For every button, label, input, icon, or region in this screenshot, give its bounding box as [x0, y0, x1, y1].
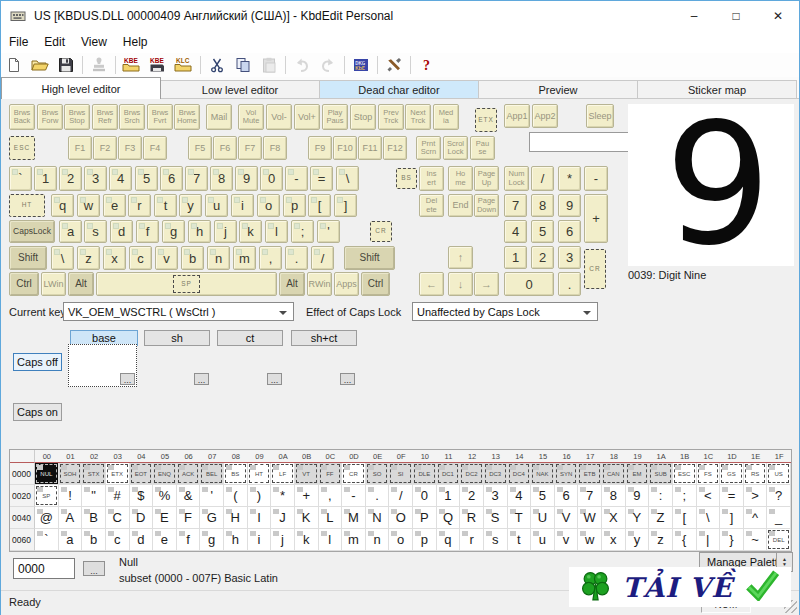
char-cell[interactable]: BEL [200, 463, 224, 485]
modtab-sh-ct[interactable]: sh+ct [291, 330, 357, 346]
char-cell[interactable]: Q [437, 507, 461, 529]
key-f2[interactable]: F2 [93, 136, 117, 160]
char-cell[interactable]: | [697, 529, 721, 551]
keyboard-key[interactable]: = [310, 166, 333, 191]
char-cell[interactable]: J [271, 507, 295, 529]
key-prev-trck[interactable]: PrevTrck [378, 104, 404, 130]
keyboard-key[interactable]: - [285, 166, 308, 191]
mapping-more-button[interactable]: ... [267, 373, 282, 385]
char-cell[interactable]: * [271, 485, 295, 507]
keyboard-key[interactable]: / [311, 246, 334, 270]
key-b[interactable]: b [181, 246, 204, 270]
key-app1[interactable]: App1 [504, 104, 530, 128]
mapping-more-button[interactable]: ... [120, 373, 135, 385]
char-cell[interactable]: VT [295, 463, 319, 485]
char-cell[interactable]: ] [720, 507, 744, 529]
key-g[interactable]: g [162, 220, 185, 243]
char-cell[interactable]: C [106, 507, 130, 529]
char-cell[interactable]: 2 [460, 485, 484, 507]
key-del-ete[interactable]: Delete [419, 194, 444, 217]
char-cell[interactable]: B [82, 507, 106, 529]
char-cell[interactable]: 5 [531, 485, 555, 507]
key-7[interactable]: 7 [185, 166, 208, 191]
key-s[interactable]: s [84, 220, 107, 243]
char-cell[interactable]: EM [626, 463, 650, 485]
char-cell[interactable]: 9 [626, 485, 650, 507]
char-cell[interactable]: m [342, 529, 366, 551]
toolbar-redo[interactable] [315, 54, 341, 76]
char-cell[interactable]: p [413, 529, 437, 551]
char-cell[interactable]: Z [649, 507, 673, 529]
toolbar-save-file[interactable] [53, 54, 79, 76]
key-f10[interactable]: F10 [333, 136, 357, 160]
char-cell[interactable]: 0 [413, 485, 437, 507]
char-cell[interactable]: S [484, 507, 508, 529]
key-med-ia[interactable]: Media [433, 104, 459, 130]
key-etx[interactable]: ETX [475, 108, 497, 132]
char-cell[interactable]: % [153, 485, 177, 507]
char-cell[interactable]: P [413, 507, 437, 529]
char-cell[interactable]: e [153, 529, 177, 551]
char-cell[interactable]: & [177, 485, 201, 507]
key-stop[interactable]: Stop [350, 104, 376, 130]
char-cell[interactable]: NUL [35, 463, 59, 485]
key-f12[interactable]: F12 [383, 136, 407, 160]
key-f4[interactable]: F4 [143, 136, 167, 160]
key-next-trck[interactable]: NextTrck [405, 104, 431, 130]
char-cell[interactable]: x [602, 529, 626, 551]
key-7[interactable]: 7 [504, 194, 527, 217]
char-cell[interactable]: @ [35, 507, 59, 529]
key-alt[interactable]: Alt [68, 272, 94, 296]
key-f8[interactable]: F8 [263, 136, 287, 160]
keyboard-key[interactable]: \ [51, 246, 74, 270]
keyboard-key[interactable]: - [584, 166, 608, 191]
char-cell[interactable]: FF [319, 463, 343, 485]
char-cell[interactable]: ETB [578, 463, 602, 485]
minimize-button[interactable]: – [673, 1, 715, 31]
char-cell[interactable]: ? [767, 485, 791, 507]
key-z[interactable]: z [77, 246, 100, 270]
char-cell[interactable]: US [767, 463, 791, 485]
caps-on-button[interactable]: Caps on [13, 403, 62, 421]
key-2[interactable]: 2 [531, 246, 554, 269]
key-w[interactable]: w [77, 194, 100, 217]
char-cell[interactable]: \ [697, 507, 721, 529]
char-cell[interactable]: ! [59, 485, 83, 507]
char-cell[interactable]: M [342, 507, 366, 529]
char-cell[interactable]: ^ [744, 507, 768, 529]
char-cell[interactable]: ` [35, 529, 59, 551]
char-cell[interactable]: i [248, 529, 272, 551]
toolbar-unicode-editor[interactable]: DKGKbE [348, 54, 374, 76]
modtab-ct[interactable]: ct [217, 330, 283, 346]
char-cell[interactable]: + [295, 485, 319, 507]
key-brws-refr[interactable]: BrwsRefr [92, 104, 118, 130]
key-brws-stop[interactable]: BrwsStop [64, 104, 90, 130]
char-cell[interactable]: N [366, 507, 390, 529]
char-cell[interactable]: r [460, 529, 484, 551]
char-cell[interactable]: W [578, 507, 602, 529]
toolbar-cut[interactable] [204, 54, 230, 76]
key-0[interactable]: 0 [504, 272, 554, 296]
char-cell[interactable]: 6 [555, 485, 579, 507]
key-f7[interactable]: F7 [238, 136, 262, 160]
toolbar-stamp[interactable] [86, 54, 112, 76]
key-i[interactable]: i [231, 194, 254, 217]
key-0[interactable]: 0 [260, 166, 283, 191]
key-p[interactable]: p [283, 194, 306, 217]
keyboard-key[interactable]: \ [336, 166, 359, 191]
key-9[interactable]: 9 [235, 166, 258, 191]
char-cell[interactable]: GS [720, 463, 744, 485]
mapping-more-button[interactable]: ... [194, 373, 209, 385]
key-cr[interactable]: CR [370, 221, 392, 242]
key-capslock[interactable]: CapsLock [9, 220, 55, 243]
key-page-down[interactable]: PageDown [474, 194, 499, 217]
tab-dead-char-editor[interactable]: Dead char editor [319, 80, 479, 99]
key-v[interactable]: v [155, 246, 178, 270]
char-code-input[interactable] [13, 558, 75, 579]
char-cell[interactable]: SOH [59, 463, 83, 485]
keyboard-key[interactable]: → [474, 272, 499, 296]
key-shift[interactable]: Shift [344, 246, 395, 270]
key-page-up[interactable]: PageUp [474, 166, 499, 191]
char-cell[interactable]: } [720, 529, 744, 551]
key-scrol-lock[interactable]: ScrolLock [443, 136, 468, 160]
